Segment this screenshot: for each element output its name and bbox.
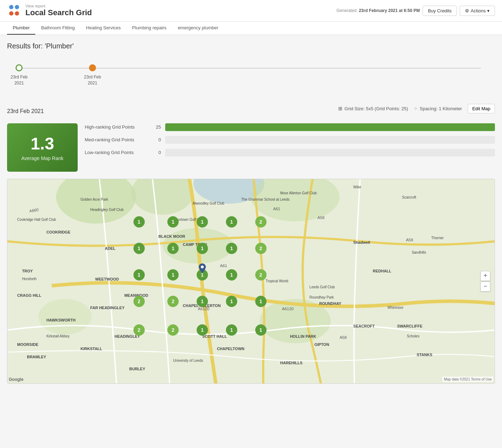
svg-point-0 (9, 5, 13, 9)
svg-text:A61: A61 (220, 263, 227, 267)
generated-text: Generated: 23rd February 2021 at 6:50 PM (336, 8, 420, 13)
title-block: View report: Local Search Grid (25, 4, 92, 17)
timeline-date-2: 23rd Feb 2021 (84, 74, 101, 86)
tab-bathroom-fitting[interactable]: Bathroom Fitting (35, 22, 80, 35)
logo-icon (7, 4, 21, 18)
svg-point-11 (38, 299, 92, 334)
zoom-in-button[interactable]: + (480, 271, 490, 281)
timeline-point-2[interactable]: 23rd Feb 2021 (84, 64, 101, 86)
svg-point-20 (201, 265, 204, 268)
svg-point-3 (15, 11, 19, 16)
rank-bar-container-med (165, 136, 495, 144)
avg-rank-number: 1.3 (14, 134, 71, 153)
map-pin-4-4[interactable]: 1 (226, 296, 237, 307)
svg-point-1 (15, 5, 19, 9)
tab-plumber[interactable]: Plumber (7, 22, 35, 35)
map-svg: A660 A6120 A61 A6120 A58 A58 A58 A61 (7, 179, 495, 383)
map-pin-3-5[interactable]: 2 (255, 269, 267, 281)
map-pin-5-2[interactable]: 2 (167, 324, 179, 336)
tab-plumbing-repairs[interactable]: Plumbing repairs (126, 22, 172, 35)
main-content: Results for: 'Plumber' 23rd Feb 2021 23r… (0, 35, 502, 391)
svg-text:A58: A58 (340, 335, 347, 340)
zoom-out-button[interactable]: − (480, 282, 490, 291)
svg-text:A6120: A6120 (282, 306, 294, 311)
svg-text:A61: A61 (273, 207, 280, 211)
map-pin-1-3[interactable]: 1 (197, 216, 208, 228)
date-stats-row: 23rd Feb 2021 ⊞ Grid Size: 5x5 (Grid Poi… (7, 104, 495, 119)
map-pin-1-4[interactable]: 1 (226, 216, 237, 228)
tab-emergency-plumber[interactable]: emergency plumber (172, 22, 224, 35)
rank-bars: High-ranking Grid Points 25 Med-ranking … (85, 123, 495, 157)
grid-size-label: Grid Size: 5x5 (Grid Points: 25) (345, 106, 408, 111)
map-inner: A660 A6120 A61 A6120 A58 A58 A58 A61 Wik… (7, 179, 495, 383)
avg-rank-box: 1.3 Average Map Rank (7, 123, 78, 172)
rank-row-low: Low-ranking Grid Points 0 (85, 149, 495, 157)
map-pin-2-4[interactable]: 1 (226, 243, 237, 254)
map-attribution: Map data ©2021 Terms of Use (442, 377, 493, 382)
rank-value-med: 0 (153, 137, 161, 142)
rank-bar-container-low (165, 149, 495, 157)
actions-label: Actions (471, 8, 486, 13)
tab-heating-services[interactable]: Heating Services (80, 22, 126, 35)
actions-button[interactable]: ⚙ Actions ▾ (460, 6, 495, 16)
center-marker (199, 263, 206, 274)
map-pin-2-2[interactable]: 1 (167, 243, 179, 254)
grid-icon: ⊞ (338, 106, 342, 111)
map-pin-5-5[interactable]: 1 (255, 324, 267, 336)
header-left: View report: Local Search Grid (7, 4, 92, 18)
gear-icon: ⚙ (465, 8, 469, 13)
map-pin-3-1[interactable]: 1 (133, 269, 145, 281)
map-pin-1-5[interactable]: 2 (255, 216, 267, 228)
map-pin-5-1[interactable]: 2 (133, 324, 145, 336)
results-title: Results for: 'Plumber' (7, 42, 495, 50)
buy-credits-button[interactable]: Buy Credits (423, 6, 457, 16)
map-pin-1-2[interactable]: 1 (167, 216, 179, 228)
rank-label-med: Med-ranking Grid Points (85, 137, 148, 142)
map-pin-5-4[interactable]: 1 (226, 324, 237, 336)
map-zoom-controls: + − (480, 271, 490, 291)
app-title: Local Search Grid (25, 8, 92, 17)
spacing-icon: ⁘ (414, 106, 418, 111)
results-block: 1.3 Average Map Rank High-ranking Grid P… (7, 123, 495, 172)
avg-rank-label: Average Map Rank (14, 155, 71, 161)
header-right: Generated: 23rd February 2021 at 6:50 PM… (336, 6, 495, 16)
timeline-date-1: 23rd Feb 2021 (11, 74, 28, 86)
chevron-down-icon: ▾ (487, 8, 490, 13)
rank-value-low: 0 (153, 150, 161, 155)
spacing-label: Spacing: 1 Kilometer (420, 106, 462, 111)
map-pin-3-4[interactable]: 1 (226, 269, 237, 281)
map-pin-1-1[interactable]: 1 (133, 216, 145, 228)
svg-text:A58: A58 (406, 238, 413, 242)
map-pin-2-5[interactable]: 2 (255, 243, 267, 254)
timeline-point-1[interactable]: 23rd Feb 2021 (11, 64, 28, 86)
timeline-dot-1 (16, 64, 23, 71)
rank-row-high: High-ranking Grid Points 25 (85, 123, 495, 131)
map-pin-2-3[interactable]: 1 (197, 243, 208, 254)
spacing-info: ⁘ Spacing: 1 Kilometer (414, 106, 462, 111)
grid-size-info: ⊞ Grid Size: 5x5 (Grid Points: 25) (338, 106, 408, 111)
map-pin-2-1[interactable]: 1 (133, 243, 145, 254)
stats-bar: ⊞ Grid Size: 5x5 (Grid Points: 25) ⁘ Spa… (338, 104, 495, 113)
svg-point-2 (9, 11, 13, 16)
rank-label-low: Low-ranking Grid Points (85, 150, 148, 155)
timeline-points: 23rd Feb 2021 23rd Feb 2021 (7, 64, 495, 86)
map-pin-5-3[interactable]: 1 (197, 324, 208, 336)
map-google-logo: Google (9, 377, 23, 382)
edit-map-button[interactable]: Edit Map (468, 104, 495, 113)
rank-value-high: 25 (153, 124, 161, 130)
rank-bar-high (165, 123, 495, 131)
map-container[interactable]: A660 A6120 A61 A6120 A58 A58 A58 A61 Wik… (7, 179, 495, 384)
map-pin-4-2[interactable]: 2 (167, 296, 179, 307)
map-pin-4-1[interactable]: 2 (133, 296, 145, 307)
current-date: 23rd Feb 2021 (7, 108, 44, 114)
tabs-bar: Plumber Bathroom Fitting Heating Service… (0, 22, 502, 35)
map-pin-4-5[interactable]: 1 (255, 296, 267, 307)
view-report-label: View report: (25, 4, 92, 8)
map-pin-3-2[interactable]: 1 (167, 269, 179, 281)
rank-label-high: High-ranking Grid Points (85, 124, 148, 130)
header: View report: Local Search Grid Generated… (0, 0, 502, 22)
rank-row-med: Med-ranking Grid Points 0 (85, 136, 495, 144)
map-pin-4-3[interactable]: 1 (197, 296, 208, 307)
timeline-dot-2 (89, 64, 96, 71)
svg-text:A58: A58 (317, 216, 324, 220)
